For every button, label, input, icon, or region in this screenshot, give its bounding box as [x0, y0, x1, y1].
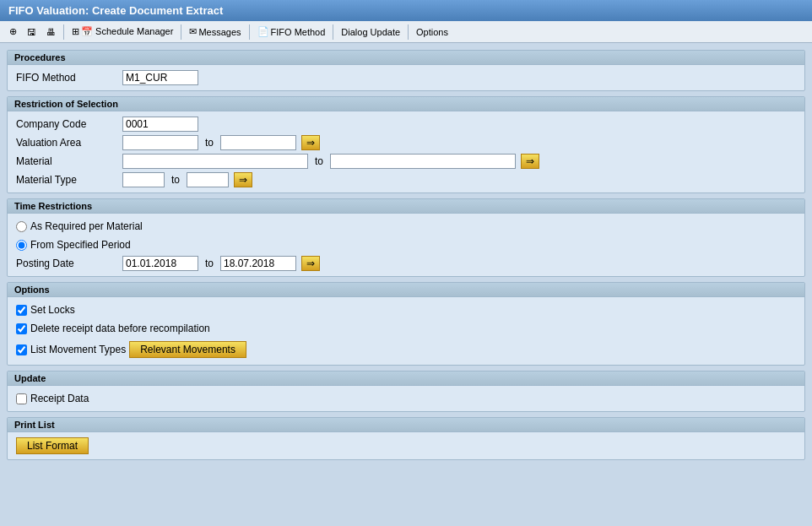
- procedures-section: Procedures FIFO Method: [7, 50, 805, 91]
- material-label: Material: [16, 155, 117, 167]
- toolbar: ⊕ 🖫 🖶 ⊞ 📅 Schedule Manager ✉ Messages 📄 …: [0, 21, 812, 43]
- procedures-body: FIFO Method: [8, 65, 804, 90]
- list-format-row: List Format: [16, 437, 796, 454]
- time-restrictions-section: Time Restrictions As Required per Materi…: [7, 198, 805, 277]
- options-section: Options Set Locks Delete receipt data be…: [7, 282, 805, 366]
- material-to-input[interactable]: [330, 154, 516, 169]
- company-code-input[interactable]: [122, 117, 198, 132]
- update-body: Receipt Data: [8, 386, 804, 411]
- restriction-title: Restriction of Selection: [8, 97, 804, 111]
- print-list-section: Print List List Format: [7, 417, 805, 460]
- receipt-data-row: Receipt Data: [16, 393, 796, 404]
- message-icon: ✉: [189, 26, 197, 37]
- valuation-area-from-input[interactable]: [122, 135, 198, 150]
- as-required-row: As Required per Material: [16, 220, 796, 232]
- execute-btn[interactable]: ⊕: [5, 24, 21, 40]
- list-movement-checkbox[interactable]: [16, 344, 27, 355]
- material-type-label: Material Type: [16, 174, 117, 186]
- toolbar-separator-5: [408, 24, 409, 40]
- material-type-arrow-btn[interactable]: ⇒: [234, 172, 252, 187]
- valuation-area-arrow-btn[interactable]: ⇒: [301, 135, 320, 150]
- restriction-body: Company Code Valuation Area to ⇒ Materia…: [8, 111, 804, 193]
- main-content: Procedures FIFO Method Restriction of Se…: [0, 43, 812, 467]
- set-locks-label: Set Locks: [30, 304, 75, 316]
- material-from-input[interactable]: [122, 154, 308, 169]
- options-btn[interactable]: Options: [412, 24, 452, 40]
- save-btn[interactable]: 🖫: [23, 24, 41, 40]
- print-list-body: List Format: [8, 432, 804, 459]
- fifo-method-input[interactable]: [122, 70, 198, 85]
- schedule-manager-btn[interactable]: ⊞ 📅 Schedule Manager: [68, 24, 177, 40]
- toolbar-separator-2: [181, 24, 181, 40]
- delete-receipt-row: Delete receipt data before recompilation: [16, 323, 796, 334]
- title-bar: FIFO Valuation: Create Document Extract: [0, 0, 812, 21]
- set-locks-row: Set Locks: [16, 304, 796, 316]
- posting-date-from-input[interactable]: [122, 256, 198, 271]
- list-format-btn[interactable]: List Format: [16, 437, 89, 454]
- dialog-update-btn[interactable]: Dialog Update: [337, 24, 404, 40]
- print-list-title: Print List: [8, 418, 804, 432]
- valuation-area-label: Valuation Area: [16, 137, 117, 149]
- valuation-area-row: Valuation Area to ⇒: [16, 135, 796, 150]
- as-required-radio[interactable]: [16, 221, 27, 232]
- receipt-data-label: Receipt Data: [30, 393, 89, 404]
- delete-receipt-label: Delete receipt data before recompilation: [30, 323, 210, 334]
- toolbar-separator-1: [63, 24, 64, 40]
- from-specified-label: From Specified Period: [30, 239, 131, 251]
- fifo-icon: 📄: [257, 26, 269, 37]
- as-required-label: As Required per Material: [30, 220, 143, 232]
- delete-receipt-checkbox[interactable]: [16, 323, 27, 334]
- fifo-method-btn[interactable]: 📄 FIFO Method: [253, 24, 330, 40]
- execute-icon: ⊕: [9, 26, 17, 37]
- material-type-row: Material Type to ⇒: [16, 172, 796, 187]
- to-label-1: to: [205, 137, 214, 149]
- print-icon: 🖶: [46, 27, 56, 37]
- posting-date-arrow-btn[interactable]: ⇒: [301, 256, 320, 271]
- list-movement-row: List Movement Types Relevant Movements: [16, 341, 796, 358]
- to-label-3: to: [171, 174, 180, 186]
- material-row: Material to ⇒: [16, 154, 796, 169]
- company-code-row: Company Code: [16, 117, 796, 132]
- print-btn[interactable]: 🖶: [42, 24, 60, 40]
- posting-date-row: Posting Date to ⇒: [16, 256, 796, 271]
- time-restrictions-title: Time Restrictions: [8, 199, 804, 214]
- material-arrow-btn[interactable]: ⇒: [521, 154, 539, 169]
- material-type-from-input[interactable]: [122, 172, 165, 187]
- save-icon: 🖫: [27, 27, 36, 37]
- schedule-icon: ⊞: [72, 26, 79, 37]
- receipt-data-checkbox[interactable]: [16, 393, 27, 404]
- update-section: Update Receipt Data: [7, 371, 805, 412]
- options-title: Options: [8, 283, 804, 297]
- fifo-method-row: FIFO Method: [16, 70, 796, 85]
- procedures-title: Procedures: [8, 51, 804, 65]
- list-movement-label: List Movement Types: [30, 344, 126, 355]
- material-type-to-input[interactable]: [187, 172, 229, 187]
- company-code-label: Company Code: [16, 118, 117, 130]
- to-label-2: to: [315, 155, 323, 167]
- posting-date-label: Posting Date: [16, 258, 117, 269]
- from-specified-row: From Specified Period: [16, 239, 796, 251]
- restriction-section: Restriction of Selection Company Code Va…: [7, 96, 805, 193]
- options-body: Set Locks Delete receipt data before rec…: [8, 297, 804, 365]
- toolbar-separator-3: [249, 24, 250, 40]
- toolbar-separator-4: [333, 24, 333, 40]
- to-label-posting: to: [205, 258, 214, 269]
- fifo-method-label: FIFO Method: [16, 72, 117, 84]
- valuation-area-to-input[interactable]: [220, 135, 296, 150]
- relevant-movements-btn[interactable]: Relevant Movements: [129, 341, 246, 358]
- update-title: Update: [8, 371, 804, 386]
- posting-date-to-input[interactable]: [220, 256, 296, 271]
- time-restrictions-body: As Required per Material From Specified …: [8, 214, 804, 276]
- set-locks-checkbox[interactable]: [16, 305, 27, 316]
- messages-btn[interactable]: ✉ Messages: [185, 24, 245, 40]
- from-specified-radio[interactable]: [16, 240, 27, 251]
